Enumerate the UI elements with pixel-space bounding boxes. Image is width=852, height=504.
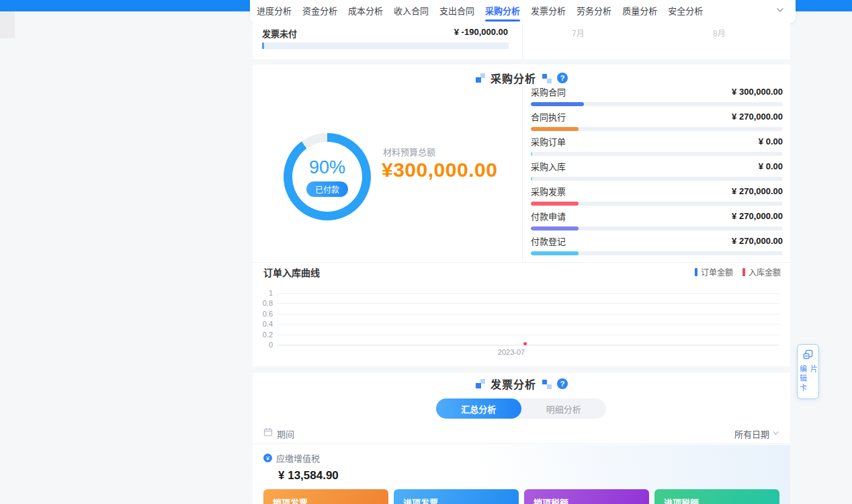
collapsed-sidebar-stub	[0, 11, 15, 38]
y-tick: 0.6	[253, 310, 273, 318]
card-output-tax[interactable]: 销项税额	[524, 489, 649, 504]
tab-labor[interactable]: 劳务分析	[577, 0, 611, 23]
column-divider	[522, 83, 523, 262]
tab-invoice[interactable]: 发票分析	[531, 0, 566, 23]
stat-label: 采购合同	[531, 85, 566, 98]
gridline	[277, 335, 779, 335]
stat-bar-track	[531, 152, 783, 156]
card-label: 进项发票	[403, 498, 438, 504]
help-icon[interactable]: ?	[557, 73, 568, 83]
month-tick-jul: 7月	[572, 27, 585, 38]
gridline	[277, 314, 779, 314]
invoice-unpaid-value: ¥ -190,000.00	[454, 27, 508, 37]
card-input-tax[interactable]: 进项税额	[654, 489, 779, 504]
period-value: 所有日期	[734, 427, 769, 440]
card-input-invoice[interactable]: 进项发票	[394, 489, 519, 504]
legend-label: 订单金额	[701, 266, 733, 278]
stat-bar-fill	[531, 202, 579, 206]
title-ornament-left-icon	[475, 73, 485, 83]
month-tick-aug: 8月	[713, 27, 726, 38]
stat-bar-track	[531, 127, 783, 131]
chevron-down-icon[interactable]	[775, 5, 785, 17]
legend-label: 入库金额	[749, 266, 781, 278]
card-label: 进项税额	[664, 498, 699, 504]
toggle-detail[interactable]: 明细分析	[521, 398, 607, 419]
stat-row: 付款登记¥ 270,000.00	[531, 235, 783, 253]
stat-row: 采购订单¥ 0.00	[531, 135, 783, 153]
legend-order-amount[interactable]: 订单金额	[695, 266, 733, 278]
stat-value: ¥ 0.00	[759, 136, 783, 146]
edit-cards-button[interactable]: 编辑卡片	[797, 344, 819, 399]
stat-bar-fill	[531, 177, 532, 181]
chart-legend: 订单金额 入库金额	[695, 266, 781, 278]
procurement-header: 采购分析 ?	[253, 70, 790, 86]
tab-expense-contract[interactable]: 支出合同	[439, 0, 474, 23]
tab-funds[interactable]: 资金分析	[302, 0, 337, 23]
invoice-title: 发票分析	[491, 376, 536, 392]
dashboard-page: 进度分析 资金分析 成本分析 收入合同 支出合同 采购分析 发票分析 劳务分析 …	[0, 0, 852, 504]
period-dropdown[interactable]: 所有日期	[734, 427, 779, 440]
stat-label: 采购订单	[531, 135, 566, 148]
card-label: 销项发票	[273, 498, 308, 504]
title-ornament-left-icon	[475, 379, 485, 389]
stat-label: 合同执行	[531, 110, 566, 123]
stat-bar-fill	[531, 152, 532, 156]
procurement-title: 采购分析	[491, 70, 536, 86]
legend-inbound-amount[interactable]: 入库金额	[742, 266, 781, 278]
stat-label: 采购入库	[531, 160, 566, 173]
paid-ratio-donut-chart: 90% 已付款	[284, 133, 371, 220]
card-label: 销项税额	[534, 498, 568, 504]
data-point-inbound[interactable]	[523, 342, 527, 345]
stat-bar-fill	[531, 251, 579, 255]
y-tick: 0.4	[253, 320, 273, 328]
gridline	[277, 324, 779, 325]
stat-value: ¥ 270,000.00	[732, 186, 783, 196]
x-axis-line	[277, 345, 779, 345]
previous-section-bottom: 发票未付 ¥ -190,000.00 7月 8月	[253, 23, 790, 59]
budget-total-value: ¥300,000.00	[382, 159, 497, 181]
toggle-summary[interactable]: 汇总分析	[436, 398, 521, 419]
gridline	[277, 303, 779, 304]
stat-bar-track	[531, 102, 783, 106]
paid-percent: 90%	[309, 157, 345, 178]
stat-row: 付款申请¥ 270,000.00	[531, 210, 783, 228]
stat-bar-fill	[531, 102, 584, 106]
card-output-invoice[interactable]: 销项发票	[263, 489, 388, 504]
invoice-section: 发票分析 ? 汇总分析 明细分析 期间 所有日期 ¥ 应缴增值税	[253, 373, 790, 504]
tab-cost[interactable]: 成本分析	[348, 0, 383, 23]
edit-cards-label: 编辑卡片	[798, 365, 819, 398]
tab-procurement[interactable]: 采购分析	[485, 0, 520, 23]
y-tick: 0.2	[253, 331, 273, 339]
period-filter-row: 期间 所有日期	[253, 423, 790, 444]
coin-icon: ¥	[263, 454, 272, 462]
tab-income-contract[interactable]: 收入合同	[394, 0, 429, 23]
stat-value: ¥ 270,000.00	[732, 211, 783, 221]
vat-value: ¥ 13,584.90	[278, 469, 339, 482]
stat-bar-track	[531, 177, 783, 181]
invoice-unpaid-label: 发票未付	[262, 27, 297, 40]
title-ornament-right-icon	[542, 73, 552, 83]
stat-row: 采购合同¥ 300,000.00	[531, 85, 783, 103]
y-tick: 0.8	[253, 299, 273, 307]
chevron-down-icon	[772, 429, 779, 439]
budget-total-label: 材料预算总额	[383, 145, 435, 158]
help-icon[interactable]: ?	[557, 378, 568, 389]
order-chart-title: 订单入库曲线	[263, 265, 320, 279]
procurement-stats-list: 采购合同¥ 300,000.00 合同执行¥ 270,000.00 采购订单¥ …	[531, 85, 783, 253]
x-tick-2023-07: 2023-07	[484, 348, 538, 356]
stat-value: ¥ 300,000.00	[732, 87, 783, 97]
gridline	[277, 293, 779, 294]
legend-marker-red	[742, 268, 745, 276]
stat-row: 采购入库¥ 0.00	[531, 160, 783, 178]
stat-bar-track	[531, 226, 783, 230]
tab-progress[interactable]: 进度分析	[257, 0, 292, 23]
tab-quality[interactable]: 质量分析	[622, 0, 657, 23]
stat-value: ¥ 270,000.00	[732, 112, 783, 122]
tab-safety[interactable]: 安全分析	[668, 0, 703, 23]
section-divider	[253, 262, 790, 263]
stat-bar-track	[531, 251, 783, 255]
y-tick: 1	[253, 289, 273, 297]
calendar-icon	[263, 427, 273, 439]
paid-badge: 已付款	[306, 181, 348, 197]
title-ornament-right-icon	[542, 379, 552, 389]
